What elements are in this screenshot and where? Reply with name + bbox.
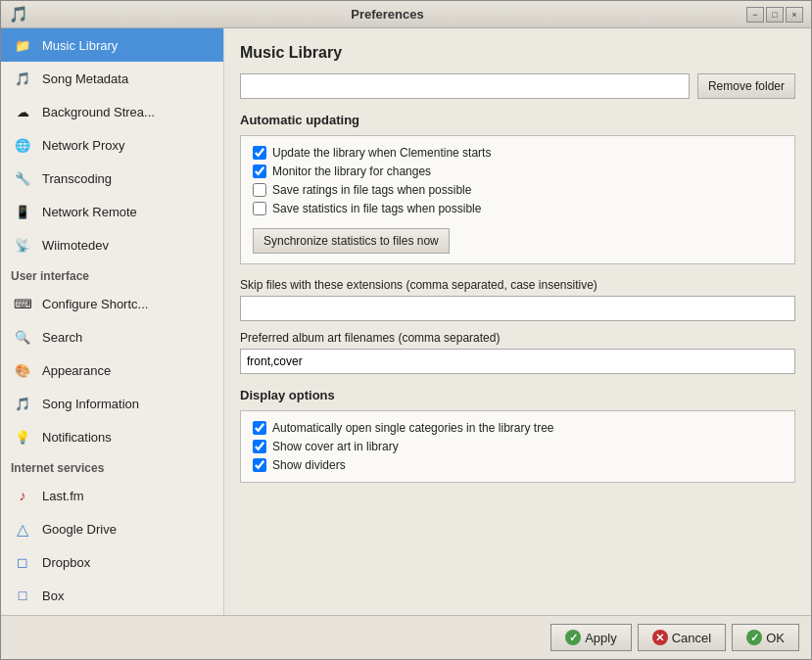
maximize-button[interactable]: □ xyxy=(766,7,784,23)
sidebar-item-background-streaming[interactable]: ☁ Background Strea... xyxy=(1,95,223,128)
window-title: Preferences xyxy=(28,7,746,22)
apply-button[interactable]: ✓ Apply xyxy=(550,624,632,651)
sidebar-item-box-label: Box xyxy=(42,589,64,603)
update-on-start-checkbox[interactable] xyxy=(253,146,266,160)
album-art-input[interactable] xyxy=(240,349,795,374)
minimize-button[interactable]: − xyxy=(746,7,764,23)
sidebar-item-lastfm-label: Last.fm xyxy=(42,489,84,503)
show-dividers-checkbox[interactable] xyxy=(253,458,266,472)
folder-path-input[interactable] xyxy=(240,73,690,99)
transcoding-icon: 🔧 xyxy=(11,166,34,190)
ok-icon: ✓ xyxy=(746,630,762,645)
sidebar-item-network-remote-label: Network Remote xyxy=(42,205,137,219)
sidebar-item-appearance-label: Appearance xyxy=(42,363,111,378)
background-streaming-icon: ☁ xyxy=(11,100,34,123)
sidebar-item-song-metadata-label: Song Metadata xyxy=(42,71,128,86)
sidebar-item-dropbox[interactable]: ◻ Dropbox xyxy=(1,545,223,579)
app-icon: 🎵 xyxy=(9,5,28,24)
sidebar-item-lastfm[interactable]: ♪ Last.fm xyxy=(1,479,223,512)
preferences-window: 🎵 Preferences − □ × 📁 Music Library 🎵 So… xyxy=(0,0,812,660)
monitor-changes-checkbox[interactable] xyxy=(253,165,266,178)
save-ratings-checkbox[interactable] xyxy=(253,183,266,197)
skip-extensions-input[interactable] xyxy=(240,296,795,321)
cancel-label: Cancel xyxy=(672,631,711,645)
sidebar-item-network-remote[interactable]: 📱 Network Remote xyxy=(1,195,223,228)
sync-statistics-button[interactable]: Synchronize statistics to files now xyxy=(253,228,450,254)
sidebar-item-dropbox-label: Dropbox xyxy=(42,555,90,570)
update-on-start-label: Update the library when Clementine start… xyxy=(272,146,491,160)
appearance-icon: 🎨 xyxy=(11,358,34,382)
sidebar-item-network-proxy-label: Network Proxy xyxy=(42,138,125,153)
sidebar-item-box[interactable]: □ Box xyxy=(1,579,223,612)
song-metadata-icon: 🎵 xyxy=(11,67,34,90)
sidebar-item-notifications[interactable]: 💡 Notifications xyxy=(1,420,223,453)
sidebar-item-search-label: Search xyxy=(42,330,82,345)
apply-icon: ✓ xyxy=(565,630,581,645)
sidebar-item-search[interactable]: 🔍 Search xyxy=(1,320,223,354)
checkbox-row-auto-open: Automatically open single categories in … xyxy=(253,421,783,435)
sidebar: 📁 Music Library 🎵 Song Metadata ☁ Backgr… xyxy=(1,28,224,615)
auto-update-section-title: Automatic updating xyxy=(240,113,795,127)
cancel-button[interactable]: ✕ Cancel xyxy=(638,624,726,651)
save-statistics-label: Save statistics in file tags when possib… xyxy=(272,202,481,215)
sidebar-item-song-information[interactable]: 🎵 Song Information xyxy=(1,387,223,420)
user-interface-section-label: User interface xyxy=(1,261,223,287)
dropbox-icon: ◻ xyxy=(11,550,34,574)
main-panel: Music Library Remove folder Automatic up… xyxy=(224,28,811,615)
sidebar-item-transcoding[interactable]: 🔧 Transcoding xyxy=(1,162,223,195)
network-proxy-icon: 🌐 xyxy=(11,133,34,157)
close-button[interactable]: × xyxy=(786,7,803,23)
sidebar-item-configure-shortcuts[interactable]: ⌨ Configure Shortc... xyxy=(1,287,223,320)
sidebar-item-network-proxy[interactable]: 🌐 Network Proxy xyxy=(1,128,223,162)
monitor-changes-label: Monitor the library for changes xyxy=(272,165,431,178)
auto-open-checkbox[interactable] xyxy=(253,421,266,435)
auto-open-label: Automatically open single categories in … xyxy=(272,421,553,435)
sidebar-item-wiimotedev-label: Wiimotedev xyxy=(42,238,109,253)
titlebar-left: 🎵 xyxy=(9,5,28,24)
sidebar-item-song-metadata[interactable]: 🎵 Song Metadata xyxy=(1,62,223,95)
display-options-group: Automatically open single categories in … xyxy=(240,410,795,483)
folder-bar: Remove folder xyxy=(240,73,795,99)
cancel-icon: ✕ xyxy=(652,630,668,645)
show-cover-label: Show cover art in library xyxy=(272,440,399,453)
sidebar-item-appearance[interactable]: 🎨 Appearance xyxy=(1,354,223,387)
apply-label: Apply xyxy=(585,631,617,645)
sidebar-item-google-drive[interactable]: △ Google Drive xyxy=(1,512,223,545)
sidebar-item-wiimotedev[interactable]: 📡 Wiimotedev xyxy=(1,228,223,261)
save-ratings-label: Save ratings in file tags when possible xyxy=(272,183,471,197)
show-cover-checkbox[interactable] xyxy=(253,440,266,453)
checkbox-row-monitor-changes: Monitor the library for changes xyxy=(253,165,783,178)
sidebar-item-configure-shortcuts-label: Configure Shortc... xyxy=(42,297,148,311)
sidebar-item-background-streaming-label: Background Strea... xyxy=(42,105,155,119)
main-scroll-area: Music Library Remove folder Automatic up… xyxy=(224,28,811,615)
network-remote-icon: 📱 xyxy=(11,200,34,223)
content-area: 📁 Music Library 🎵 Song Metadata ☁ Backgr… xyxy=(1,28,811,615)
show-dividers-label: Show dividers xyxy=(272,458,346,472)
sidebar-item-google-drive-label: Google Drive xyxy=(42,522,117,537)
configure-shortcuts-icon: ⌨ xyxy=(11,292,34,315)
sidebar-item-song-information-label: Song Information xyxy=(42,397,139,411)
checkbox-row-save-ratings: Save ratings in file tags when possible xyxy=(253,183,783,197)
remove-folder-button[interactable]: Remove folder xyxy=(697,73,795,99)
sidebar-item-music-library-label: Music Library xyxy=(42,38,118,53)
album-art-label: Preferred album art filenames (comma sep… xyxy=(240,331,795,345)
titlebar: 🎵 Preferences − □ × xyxy=(1,1,811,28)
checkbox-row-show-cover: Show cover art in library xyxy=(253,440,783,453)
sidebar-item-music-library[interactable]: 📁 Music Library xyxy=(1,28,223,62)
song-information-icon: 🎵 xyxy=(11,392,34,415)
ok-label: OK xyxy=(766,631,785,645)
auto-update-group: Update the library when Clementine start… xyxy=(240,135,795,264)
bottom-bar: ✓ Apply ✕ Cancel ✓ OK xyxy=(1,615,811,659)
page-title: Music Library xyxy=(240,44,795,62)
lastfm-icon: ♪ xyxy=(11,484,34,507)
music-library-icon: 📁 xyxy=(11,33,34,57)
checkbox-row-save-statistics: Save statistics in file tags when possib… xyxy=(253,202,783,215)
search-icon: 🔍 xyxy=(11,325,34,349)
checkbox-row-update-on-start: Update the library when Clementine start… xyxy=(253,146,783,160)
save-statistics-checkbox[interactable] xyxy=(253,202,266,215)
ok-button[interactable]: ✓ OK xyxy=(732,624,799,651)
google-drive-icon: △ xyxy=(11,517,34,541)
titlebar-buttons: − □ × xyxy=(746,7,803,23)
internet-services-section-label: Internet services xyxy=(1,453,223,479)
wiimotedev-icon: 📡 xyxy=(11,233,34,257)
